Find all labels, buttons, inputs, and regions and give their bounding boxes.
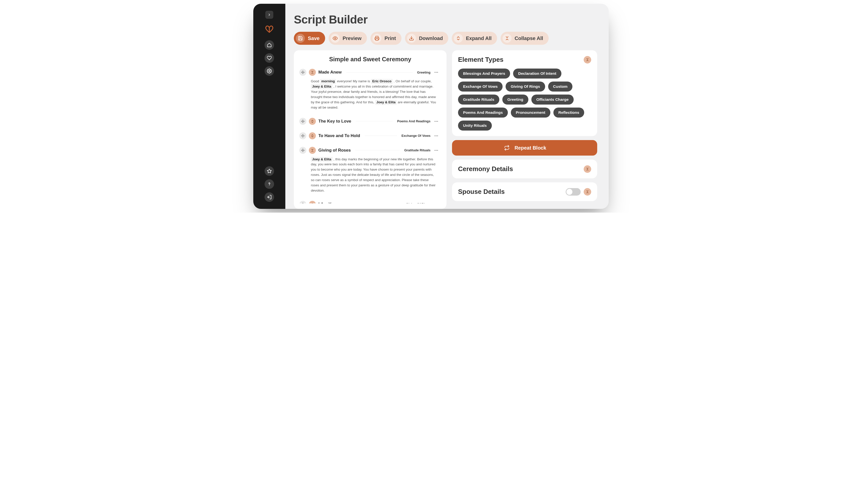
svg-point-26 (437, 150, 438, 150)
print-icon (373, 34, 381, 43)
element-type-chip[interactable]: Declaration Of Intent (513, 68, 561, 79)
collapse-icon (311, 70, 314, 74)
block-expand-button[interactable] (309, 132, 316, 139)
gear-icon (267, 68, 272, 74)
sidebar-item-favorites[interactable] (264, 53, 274, 63)
svg-point-9 (434, 72, 435, 73)
script-block: Made Anew Greeting Good morning everyone… (299, 66, 440, 115)
spouse-details-panel: Spouse Details (452, 182, 597, 201)
block-title: Made Anew (318, 70, 342, 75)
sidebar (253, 4, 285, 209)
sidebar-item-logout[interactable] (264, 193, 274, 202)
download-button[interactable]: Download (405, 32, 448, 45)
element-type-chip[interactable]: Giving Of Rings (506, 81, 545, 92)
element-type-chip[interactable]: Blessings And Prayers (458, 68, 510, 79)
block-tag: Exchange Of Vows (402, 134, 431, 137)
drag-handle[interactable] (299, 201, 306, 203)
drag-handle[interactable] (299, 118, 306, 125)
svg-point-16 (437, 121, 438, 122)
more-icon (434, 70, 439, 75)
block-title: To Have and To Hold (318, 133, 360, 138)
variable-couple[interactable]: Joey & Elita (311, 84, 332, 89)
panel-collapse-button[interactable] (584, 56, 591, 64)
save-icon (296, 34, 305, 43)
block-more-button[interactable] (433, 133, 440, 139)
element-type-chip[interactable]: Officiants Charge (531, 95, 574, 105)
chevron-right-icon (267, 13, 271, 16)
repeat-block-button[interactable]: Repeat Block (452, 140, 597, 156)
logout-icon (267, 195, 272, 200)
block-more-button[interactable] (433, 147, 440, 154)
element-type-chip[interactable]: Custom (548, 81, 573, 92)
svg-point-25 (436, 150, 437, 150)
element-types-panel: Element Types Blessings And PrayersDecla… (452, 50, 597, 136)
sidebar-item-help[interactable] (264, 179, 274, 189)
element-type-chip[interactable]: Reflections (553, 108, 585, 118)
svg-point-15 (436, 121, 437, 122)
expand-icon (454, 34, 463, 43)
sidebar-item-home[interactable] (264, 40, 274, 50)
sidebar-expand-button[interactable] (265, 11, 273, 19)
drag-handle[interactable] (299, 147, 306, 154)
block-expand-button[interactable] (309, 118, 316, 125)
element-type-chip[interactable]: Exchange Of Vows (458, 81, 502, 92)
expand-all-button[interactable]: Expand All (452, 32, 497, 45)
script-block: The Key to Love Poems And Readings (299, 115, 440, 129)
print-button[interactable]: Print (370, 32, 402, 45)
sidebar-item-settings[interactable] (264, 66, 274, 76)
variable-officiant[interactable]: Eric Orosco (371, 79, 393, 84)
block-collapse-button[interactable] (309, 147, 316, 154)
svg-rect-5 (376, 39, 378, 41)
panel-collapse-button[interactable] (584, 165, 591, 173)
move-icon (301, 120, 304, 123)
star-icon (267, 169, 272, 174)
download-icon (407, 34, 416, 43)
spouse-details-toggle[interactable] (566, 188, 581, 196)
block-more-button[interactable] (433, 69, 440, 76)
element-type-chip[interactable]: Greeting (502, 95, 528, 105)
main-content: Script Builder Save Preview Print (285, 4, 609, 209)
drag-handle[interactable] (299, 69, 306, 76)
script-blocks-list[interactable]: Made Anew Greeting Good morning everyone… (299, 66, 441, 203)
variable-time-of-day[interactable]: morning (320, 79, 336, 84)
block-more-button[interactable] (433, 118, 440, 124)
collapse-all-button[interactable]: Collapse All (500, 32, 549, 45)
element-type-chips: Blessings And PrayersDeclaration Of Inte… (458, 68, 591, 131)
element-type-chip[interactable]: Pronouncement (511, 108, 550, 118)
element-type-chip[interactable]: Gratitude Rituals (458, 95, 499, 105)
script-block: I Am Yours Giving Of Rings (299, 198, 440, 203)
drag-handle[interactable] (299, 132, 306, 139)
sidebar-item-star[interactable] (264, 166, 274, 176)
app-frame: Script Builder Save Preview Print (253, 4, 609, 209)
element-type-chip[interactable]: Unity Rituals (458, 121, 492, 131)
repeat-icon (503, 144, 511, 151)
script-block: Giving of Roses Gratitude Rituals Joey &… (299, 144, 440, 198)
block-tag: Giving Of Rings (406, 202, 431, 203)
block-collapse-button[interactable] (309, 69, 316, 76)
block-expand-button[interactable] (309, 201, 316, 203)
expand-icon (311, 134, 314, 137)
more-icon (434, 119, 439, 123)
variable-couple[interactable]: Joey & Elita (311, 157, 332, 162)
ceremony-title: Simple and Sweet Ceremony (299, 56, 441, 63)
collapse-icon (586, 190, 589, 194)
ceremony-details-panel: Ceremony Details (452, 160, 597, 178)
script-editor-panel: Simple and Sweet Ceremony Made Anew (294, 50, 446, 209)
collapse-icon (586, 167, 589, 171)
heart-icon (267, 55, 272, 61)
svg-point-21 (437, 135, 438, 136)
block-title: The Key to Love (318, 119, 351, 124)
save-button[interactable]: Save (294, 32, 325, 45)
svg-point-0 (269, 70, 270, 72)
block-tag: Gratitude Rituals (404, 148, 431, 152)
variable-couple[interactable]: Joey & Elita (375, 100, 397, 105)
element-type-chip[interactable]: Poems And Readings (458, 108, 508, 118)
eye-icon (331, 34, 340, 43)
panel-collapse-button[interactable] (584, 188, 591, 196)
block-title: Giving of Roses (318, 148, 351, 153)
block-tag: Greeting (417, 70, 431, 74)
block-more-button[interactable] (433, 201, 440, 203)
svg-point-10 (436, 72, 437, 73)
svg-point-20 (436, 135, 437, 136)
preview-button[interactable]: Preview (329, 32, 367, 45)
